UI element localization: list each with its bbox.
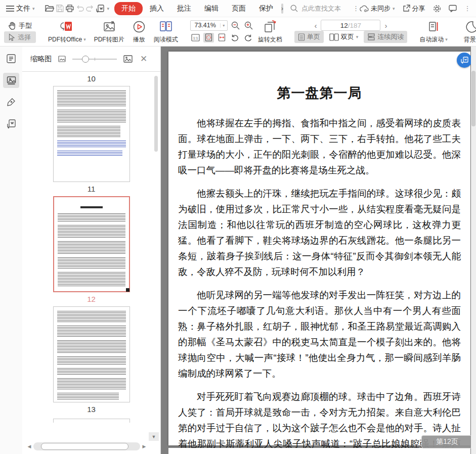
hscroll-thumb[interactable]	[41, 443, 128, 450]
background-button[interactable]: 背景▾	[460, 19, 476, 43]
reading-mode-button[interactable]: 阅读模式	[150, 19, 182, 43]
tab-protect[interactable]: 保护	[253, 3, 279, 15]
tab-home[interactable]: 开始	[114, 2, 143, 15]
rotate-right-button[interactable]	[243, 33, 253, 42]
quickbar-chevron-icon[interactable]: ▾	[107, 6, 110, 11]
play-button[interactable]: 播放	[128, 19, 150, 43]
convert-doc-icon[interactable]	[96, 3, 104, 15]
thumbnail-small-icon[interactable]	[58, 56, 66, 62]
zoom-out-button[interactable]	[230, 21, 241, 30]
main-scrollbar-thumb[interactable]	[471, 71, 475, 126]
main-vertical-scrollbar[interactable]	[471, 47, 476, 454]
thumbnail-page-14-partial[interactable]	[53, 419, 130, 423]
outline-panel-button[interactable]	[3, 51, 19, 66]
annotation-panel-button[interactable]	[3, 95, 19, 110]
search-more-icon[interactable]: ⋮	[353, 5, 359, 12]
single-page-mode-button[interactable]: 单页	[294, 31, 324, 43]
slider-knob[interactable]	[82, 56, 89, 63]
gear-icon[interactable]	[433, 5, 441, 13]
play-label: 播放	[133, 35, 145, 44]
hand-tool-button[interactable]: 手型	[4, 20, 36, 31]
auto-scroll-button[interactable]: 自动滚动▾	[415, 19, 452, 43]
share-button[interactable]: 分享	[403, 4, 425, 13]
thumb-text-block	[58, 213, 125, 222]
thumbnail-page-13[interactable]	[53, 306, 130, 402]
cursor-icon	[8, 33, 15, 41]
chevron-down-icon: ▾	[445, 37, 448, 42]
zoom-in-button[interactable]	[243, 21, 254, 30]
export-doc-button[interactable]	[3, 116, 19, 131]
thumb-page-label: 11	[22, 182, 160, 196]
feedback-comment-icon[interactable]	[449, 5, 457, 12]
thumbnail-panel-title: 缩略图	[30, 55, 52, 64]
thumbnail-list: 10 11 12	[22, 72, 160, 432]
reading-mode-label: 阅读模式	[154, 35, 178, 44]
fit-width-button[interactable]	[217, 33, 227, 42]
thumbnail-page-11[interactable]	[53, 86, 130, 182]
tab-edit[interactable]: 编辑	[198, 3, 225, 15]
thumb-text-block	[57, 90, 126, 107]
select-tool-button[interactable]: 选择	[4, 31, 36, 43]
double-page-icon	[329, 33, 339, 41]
menubar-right-group: 未同步 ▾ 分享 ⋮	[359, 4, 476, 13]
fit-page-button[interactable]	[203, 33, 214, 42]
thumb-text-block	[58, 272, 125, 287]
thumbnail-large-icon[interactable]	[123, 55, 133, 63]
sync-status[interactable]: 未同步 ▾	[359, 4, 395, 13]
convert-to-word-float-button[interactable]	[457, 53, 472, 68]
save-button[interactable]	[56, 3, 64, 15]
chapter-title: 第一盘第一局	[168, 84, 470, 102]
cloud-unsynced-icon	[359, 5, 369, 12]
search-box[interactable]: 点此查找文本 ⋮	[290, 4, 359, 13]
sidebar-horizontal-scrollbar[interactable]: ◀ ▶	[26, 442, 147, 450]
auto-scroll-icon	[427, 20, 440, 33]
redo-button[interactable]	[86, 3, 94, 15]
thumb-page-label: 10	[22, 72, 160, 86]
zoom-dropdown-icon: ▾	[220, 23, 227, 28]
open-file-button[interactable]	[45, 3, 54, 15]
scroll-right-icon[interactable]: ▶	[141, 444, 147, 449]
page-number-input[interactable]: 12 /187	[321, 20, 380, 31]
more-tabs-expander[interactable]: ›	[281, 4, 283, 14]
pdf-to-office-button[interactable]: PDF转Office▾	[44, 19, 90, 43]
file-menu[interactable]: 文件 ▾	[16, 4, 35, 13]
print-button[interactable]	[66, 3, 74, 15]
sidebar-scroll-down-button[interactable]: ▼	[149, 432, 159, 441]
close-panel-icon[interactable]: ✕	[140, 54, 147, 64]
document-viewer[interactable]: 第一盘第一局 他将球握在左手的拇指、食指和中指之间，感受着网球的皮质表面。球在地…	[161, 47, 476, 454]
file-menu-label: 文件	[16, 4, 30, 13]
tab-insert[interactable]: 插入	[144, 3, 170, 15]
more-options-icon[interactable]: ⋮	[464, 5, 471, 12]
pdf-to-image-button[interactable]: PDF转图片	[90, 19, 128, 43]
next-page-button[interactable]: ›	[384, 21, 387, 30]
pdf-reader-window: 文件 ▾ ▾ 开始 插入 批注 编辑 页面 保护 ›	[0, 0, 476, 454]
total-page-number: /187	[348, 22, 361, 29]
single-page-label: 单页	[307, 32, 320, 41]
thumbnail-page-12-current[interactable]	[53, 196, 130, 292]
actual-size-button[interactable]: 1:1	[190, 33, 201, 42]
rotate-document-button[interactable]: 旋转文档	[254, 19, 286, 43]
double-page-mode-button[interactable]: 双页 ▾	[326, 31, 362, 43]
document-page[interactable]: 第一盘第一局 他将球握在左手的拇指、食指和中指之间，感受着网球的皮质表面。球在地…	[168, 52, 470, 445]
svg-text:1:1: 1:1	[193, 36, 198, 39]
thumbnails-panel-button[interactable]	[3, 73, 19, 88]
share-label: 分享	[412, 4, 425, 13]
hamburger-menu-icon[interactable]	[6, 3, 14, 15]
thumb-text-block	[57, 326, 126, 338]
thumb-title-block	[80, 206, 103, 208]
scroll-left-icon[interactable]: ◀	[26, 444, 32, 449]
play-icon	[133, 20, 146, 33]
thumb-text-block	[58, 241, 125, 255]
previous-page-button[interactable]: ‹	[314, 21, 317, 30]
thumbnail-size-slider[interactable]	[72, 56, 117, 63]
sidebar-vertical-scrollbar-thumb[interactable]	[154, 76, 158, 152]
continuous-reading-button[interactable]: 连续阅读	[364, 31, 407, 43]
undo-button[interactable]	[76, 3, 84, 15]
rotate-left-button[interactable]	[230, 33, 240, 42]
zoom-level-combobox[interactable]: 73.41% ▾	[190, 20, 228, 31]
rotate-document-label: 旋转文档	[258, 35, 282, 44]
tab-page[interactable]: 页面	[226, 3, 252, 15]
paragraph: 他将球握在左手的拇指、食指和中指之间，感受着网球的皮质表面。球在地面上弹击，一下…	[178, 115, 461, 178]
tab-annotate[interactable]: 批注	[171, 3, 197, 15]
hscroll-track[interactable]	[33, 442, 140, 450]
